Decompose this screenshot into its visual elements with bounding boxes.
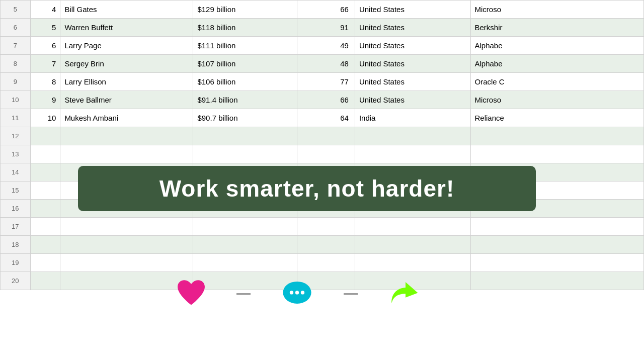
country-cell[interactable] bbox=[355, 236, 470, 254]
rank-cell[interactable]: 5 bbox=[30, 19, 60, 37]
name-cell[interactable] bbox=[60, 272, 193, 290]
rank-cell[interactable] bbox=[30, 200, 60, 218]
name-cell[interactable]: Steve Ballmer bbox=[60, 91, 193, 109]
net-worth-cell[interactable]: $107 billion bbox=[193, 55, 297, 73]
row-number: 18 bbox=[1, 236, 31, 254]
age-cell[interactable]: 49 bbox=[297, 37, 355, 55]
net-worth-cell[interactable]: $129 billion bbox=[193, 1, 297, 19]
rank-cell[interactable]: 7 bbox=[30, 55, 60, 73]
name-cell[interactable]: Bill Gates bbox=[60, 1, 193, 19]
net-worth-cell[interactable]: $91.4 billion bbox=[193, 91, 297, 109]
age-cell[interactable]: 77 bbox=[297, 73, 355, 91]
company-cell[interactable] bbox=[470, 127, 644, 145]
table-row: 109Steve Ballmer$91.4 billion66United St… bbox=[1, 91, 644, 109]
rank-cell[interactable]: 8 bbox=[30, 73, 60, 91]
separator-1: — bbox=[236, 285, 251, 301]
company-cell[interactable] bbox=[470, 145, 644, 163]
name-cell[interactable]: Mukesh Ambani bbox=[60, 109, 193, 127]
rank-cell[interactable]: 6 bbox=[30, 37, 60, 55]
row-number: 11 bbox=[1, 109, 31, 127]
age-cell[interactable]: 64 bbox=[297, 109, 355, 127]
age-cell[interactable] bbox=[297, 145, 355, 163]
name-cell[interactable] bbox=[60, 254, 193, 272]
country-cell[interactable]: United States bbox=[355, 55, 470, 73]
net-worth-cell[interactable]: $118 billion bbox=[193, 19, 297, 37]
country-cell[interactable] bbox=[355, 127, 470, 145]
country-cell[interactable]: United States bbox=[355, 37, 470, 55]
country-cell[interactable]: United States bbox=[355, 19, 470, 37]
row-number: 8 bbox=[1, 55, 31, 73]
net-worth-cell[interactable]: $90.7 billion bbox=[193, 109, 297, 127]
row-number: 13 bbox=[1, 145, 31, 163]
row-number: 9 bbox=[1, 73, 31, 91]
name-cell[interactable] bbox=[60, 145, 193, 163]
country-cell[interactable]: India bbox=[355, 109, 470, 127]
social-icons-row: — — bbox=[176, 279, 423, 307]
rank-cell[interactable] bbox=[30, 272, 60, 290]
name-cell[interactable]: Larry Ellison bbox=[60, 73, 193, 91]
country-cell[interactable]: United States bbox=[355, 91, 470, 109]
row-number: 6 bbox=[1, 19, 31, 37]
age-cell[interactable] bbox=[297, 254, 355, 272]
age-cell[interactable]: 66 bbox=[297, 1, 355, 19]
rank-cell[interactable]: 10 bbox=[30, 109, 60, 127]
table-row: 98Larry Ellison$106 billion77United Stat… bbox=[1, 73, 644, 91]
rank-cell[interactable] bbox=[30, 182, 60, 200]
company-cell[interactable]: Reliance bbox=[470, 109, 644, 127]
rank-cell[interactable] bbox=[30, 218, 60, 236]
net-worth-cell[interactable] bbox=[193, 236, 297, 254]
country-cell[interactable] bbox=[355, 218, 470, 236]
rank-cell[interactable] bbox=[30, 236, 60, 254]
row-number: 7 bbox=[1, 37, 31, 55]
row-number: 15 bbox=[1, 182, 31, 200]
company-cell[interactable] bbox=[470, 254, 644, 272]
age-cell[interactable] bbox=[297, 236, 355, 254]
share-icon[interactable] bbox=[388, 279, 423, 307]
country-cell[interactable]: United States bbox=[355, 1, 470, 19]
company-cell[interactable]: Microsо bbox=[470, 1, 644, 19]
table-row: 1110Mukesh Ambani$90.7 billion64IndiaRel… bbox=[1, 109, 644, 127]
name-cell[interactable]: Warren Buffett bbox=[60, 19, 193, 37]
rank-cell[interactable]: 9 bbox=[30, 91, 60, 109]
data-table: 54Bill Gates$129 billion66United StatesM… bbox=[0, 0, 644, 290]
country-cell[interactable] bbox=[355, 145, 470, 163]
rank-cell[interactable] bbox=[30, 254, 60, 272]
name-cell[interactable] bbox=[60, 127, 193, 145]
net-worth-cell[interactable]: $106 billion bbox=[193, 73, 297, 91]
company-cell[interactable] bbox=[470, 272, 644, 290]
row-number: 19 bbox=[1, 254, 31, 272]
country-cell[interactable]: United States bbox=[355, 73, 470, 91]
company-cell[interactable] bbox=[470, 236, 644, 254]
rank-cell[interactable] bbox=[30, 163, 60, 182]
row-number: 20 bbox=[1, 272, 31, 290]
name-cell[interactable]: Larry Page bbox=[60, 37, 193, 55]
row-number: 12 bbox=[1, 127, 31, 145]
rank-cell[interactable] bbox=[30, 145, 60, 163]
age-cell[interactable] bbox=[297, 127, 355, 145]
age-cell[interactable]: 48 bbox=[297, 55, 355, 73]
heart-icon[interactable] bbox=[176, 279, 206, 307]
net-worth-cell[interactable] bbox=[193, 218, 297, 236]
age-cell[interactable] bbox=[297, 218, 355, 236]
name-cell[interactable] bbox=[60, 218, 193, 236]
name-cell[interactable] bbox=[60, 236, 193, 254]
company-cell[interactable]: Microsо bbox=[470, 91, 644, 109]
chat-icon[interactable] bbox=[281, 279, 313, 307]
company-cell[interactable] bbox=[470, 218, 644, 236]
net-worth-cell[interactable]: $111 billion bbox=[193, 37, 297, 55]
rank-cell[interactable] bbox=[30, 127, 60, 145]
rank-cell[interactable]: 4 bbox=[30, 1, 60, 19]
company-cell[interactable]: Berkshir bbox=[470, 19, 644, 37]
age-cell[interactable]: 91 bbox=[297, 19, 355, 37]
net-worth-cell[interactable] bbox=[193, 127, 297, 145]
company-cell[interactable]: Alphabe bbox=[470, 55, 644, 73]
age-cell[interactable]: 66 bbox=[297, 91, 355, 109]
name-cell[interactable]: Sergey Brin bbox=[60, 55, 193, 73]
company-cell[interactable]: Oracle C bbox=[470, 73, 644, 91]
country-cell[interactable] bbox=[355, 254, 470, 272]
row-number: 17 bbox=[1, 218, 31, 236]
table-row: 65Warren Buffett$118 billion91United Sta… bbox=[1, 19, 644, 37]
company-cell[interactable]: Alphabe bbox=[470, 37, 644, 55]
net-worth-cell[interactable] bbox=[193, 145, 297, 163]
net-worth-cell[interactable] bbox=[193, 254, 297, 272]
